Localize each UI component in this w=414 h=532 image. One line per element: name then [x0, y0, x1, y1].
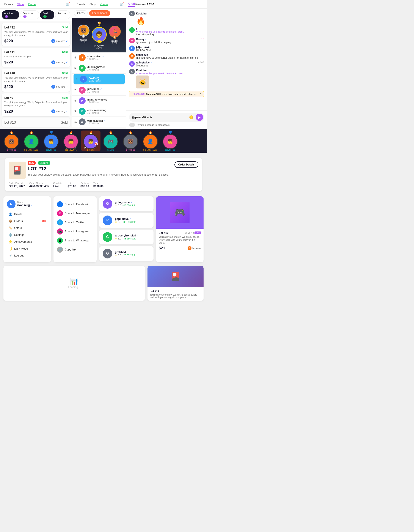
streamer-card-3[interactable]: 🔥 👦 ganasa18 88$ 1,0...4/9...	[61, 131, 81, 151]
left-nav-game[interactable]: Game	[26, 0, 38, 9]
auction-tab-purchase[interactable]: Purcha...	[55, 10, 70, 19]
streamer-row: 🔥 🐻 bbearos 1,683 likes 🔥 👤 ili $ 2,199 …	[0, 129, 207, 153]
lb-points-6: 1,280 Points	[89, 80, 101, 82]
lb-rank-8: 8	[74, 99, 79, 102]
share-icon-2: 🐦	[57, 219, 63, 225]
extra-bottom: 📊 Loading... 🎴 Lot #12 You pick your ene…	[3, 266, 204, 301]
order-meta-item-5: Total $100.00	[93, 182, 104, 188]
streamer-avatar-6: 🐻	[123, 134, 138, 149]
share-item-2[interactable]: 🐦 Share to Twitter	[57, 218, 93, 227]
buyer-menu-item-4[interactable]: ⭐ Achievements	[7, 239, 47, 245]
chat-text-2: @qussrai I just felt like helping	[136, 41, 204, 44]
buyer-menu-item-2[interactable]: 🏷️ Offers	[7, 225, 47, 231]
chat-user-4: ganasa18	[136, 53, 148, 56]
chat-avatar-4: G	[129, 53, 135, 59]
chat-verified-2: ✓	[145, 38, 147, 41]
streamer-card-4[interactable]: 🔥 👨 • goingtwice ✓ 147 gifts	[81, 131, 101, 151]
send-button[interactable]: ▶	[196, 114, 203, 121]
lot-13-label: Lot #13	[4, 121, 16, 124]
buyer-menu-item-1[interactable]: 📦 Orders 3	[7, 218, 47, 224]
lot-12-status: Sold	[62, 26, 68, 29]
chat-verified-5: ✓	[150, 61, 152, 64]
buyer-menu-item-0[interactable]: 👤 Profile	[7, 211, 47, 218]
top3-3rd-rank: 3	[113, 35, 116, 39]
share-item-0[interactable]: f Share to Facebook	[57, 200, 93, 209]
streamer-flame-1: 🔥	[24, 131, 39, 134]
order-details-button[interactable]: Order Details	[174, 161, 198, 168]
buyer-menu-icon-4: ⭐	[9, 240, 12, 244]
chat-user-2: Rrreny	[136, 38, 144, 41]
share-item-3[interactable]: 📷 Share to Instagram	[57, 227, 93, 236]
auction-tab-auction[interactable]: Auction 3	[2, 10, 19, 19]
game-tab-leaderboard[interactable]: Leaderboard	[89, 10, 110, 16]
lot-card-11: Lot #11 Sold Duck at $35 and 3 at $50 $2…	[2, 48, 70, 67]
streamer-card-8[interactable]: 💙 👨 Rrreny ✓ £33.4 hours	[160, 131, 180, 151]
mention-text: @ganasa18 like you have to be smarter th…	[146, 93, 197, 95]
chat-msg-3: P papu_uave I'm new here	[129, 46, 204, 52]
emoji-button[interactable]: 😊	[188, 114, 195, 121]
order-section: 🎴 NEW Shipping LOT #12 You pick your ene…	[5, 158, 202, 191]
chat-messages: K Kostoher 🔥 I ili ↩ Kostoher like you h…	[126, 9, 207, 110]
streamer-card-6[interactable]: 🔥 🐻 bbearos 1,683 likes	[121, 131, 140, 151]
top3-3rd-name: tmattice	[111, 40, 118, 42]
mid-nav-shop[interactable]: Shop	[87, 0, 98, 9]
streamer-stat-6: 1,683 likes	[126, 149, 135, 151]
right-nav: Chat Viewers 3 240	[126, 0, 207, 9]
lot12-mini-info: Lot #12 You pick your energy. We rip 36 …	[148, 287, 204, 301]
chat-avatar-0: K	[129, 11, 135, 16]
private-toggle-label: Private message to @ganasa18	[136, 124, 170, 126]
seller-name-3: grabbed	[115, 250, 136, 254]
lb-rank-5: 5	[74, 67, 79, 70]
auction-tab-sold[interactable]: Sold 3	[40, 10, 54, 19]
share-item-1[interactable]: ✉ Share to Messanger	[57, 209, 93, 218]
streamer-stat-0: 1,683 likes	[7, 149, 16, 151]
buyer-card: N Buyer noviserg ✓ 👤 Profile 📦 Orders 3 …	[3, 196, 51, 262]
chat-likes-2: ♥ 12	[199, 38, 204, 40]
left-nav-shop[interactable]: Shop	[15, 0, 26, 9]
buyer-menu-item-6[interactable]: ✂️ Log out	[7, 252, 47, 259]
mid-nav-cart-icon[interactable]: 🛒	[120, 2, 124, 6]
share-item-4[interactable]: 📱 Share to WhatsApp	[57, 236, 93, 245]
streamer-avatar-wrap-0: 🔥 🐻	[4, 131, 19, 146]
buyer-menu-icon-0: 👤	[9, 212, 12, 216]
lot-9-status: Sold	[62, 96, 68, 99]
left-nav-cart-icon[interactable]: 🛒	[66, 2, 70, 6]
lot-9-seller: N noviserg ✓	[51, 109, 68, 113]
lb-row-9: 9 E erasurewincing 1,170 Points	[72, 106, 126, 117]
mid-nav-events[interactable]: Events	[74, 0, 87, 9]
lot-9-price: $220	[4, 109, 13, 114]
order-meta-value-4: $30.00	[80, 184, 89, 188]
share-item-5[interactable]: 🔗 Copy link	[57, 245, 93, 254]
private-toggle-switch[interactable]	[129, 123, 135, 127]
streamer-card-0[interactable]: 🔥 🐻 bbearos 1,683 likes	[2, 131, 21, 151]
lb-avatar-9: E	[79, 108, 86, 115]
streamer-flame-5: 🔥	[103, 131, 118, 134]
streamer-stat-4: 147 gifts	[87, 149, 94, 151]
seller-card-3: G grabbed ★ 5.0 · 23 532 Sold	[99, 246, 153, 261]
auction-tab-buynow[interactable]: Buy Now 3	[20, 10, 39, 19]
buyer-menu-item-3[interactable]: ⚙️ Settings	[7, 232, 47, 238]
seller-card-2: G groceryironclad ✓ ★ 5.0 · 33 256 Sold	[99, 229, 153, 244]
game-tab-chess[interactable]: Chess	[74, 10, 88, 16]
streamer-card-7[interactable]: 🔥 👤 ili $ 2,199 donates	[141, 131, 160, 151]
buyer-menu: 👤 Profile 📦 Orders 3 🏷️ Offers ⚙️ Settin…	[7, 211, 47, 259]
chat-input[interactable]	[132, 116, 187, 119]
streamer-card-2[interactable]: 💙 👨 Rrreny ✓ £38.4 hours	[41, 131, 61, 151]
viewers-tab[interactable]: Viewers	[135, 3, 146, 6]
top3-1st: 🏆 👦 1 papi_uave 2,200	[92, 21, 107, 49]
top3-2nd-name: bbearos	[80, 39, 87, 41]
streamer-card-1[interactable]: 🔥 👤 ili $ 2,199 donates	[22, 131, 41, 151]
left-nav-events[interactable]: Events	[2, 0, 15, 9]
chat-tab[interactable]: Chat	[128, 2, 135, 7]
product-info: Lot #12 ⏱ 00:43 LIVE You pick your energ…	[156, 229, 204, 253]
buyer-menu-item-5[interactable]: 🌙 Dark Mode	[7, 246, 47, 252]
seller-rating-3: ★ 5.0 · 23 532 Sold	[115, 254, 136, 256]
mention-close-icon[interactable]: ✕	[200, 93, 202, 95]
mid-nav-game[interactable]: Game	[98, 0, 110, 9]
lot-13-status: Sold	[61, 121, 68, 124]
chat-user-0: Kostoher	[136, 12, 148, 15]
chat-msg-2: R Rrreny ✓ ♥ 12 @qussrai I just felt lik…	[129, 38, 204, 44]
lot-card-12: Lot #12 Sold You pick your energy. We ri…	[2, 23, 70, 46]
buyer-name: noviserg	[17, 203, 30, 207]
streamer-card-5[interactable]: 🔥 🎮 Kostoher 31 wins	[101, 131, 120, 151]
